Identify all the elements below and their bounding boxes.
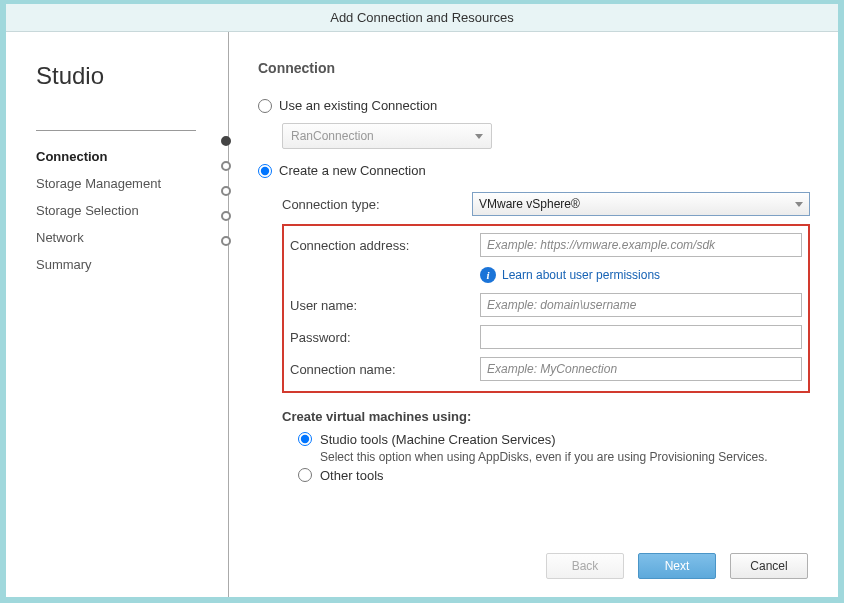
vm-option-other[interactable]: Other tools <box>298 468 810 483</box>
connection-type-select[interactable]: VMware vSphere® <box>472 192 810 216</box>
username-input[interactable] <box>480 293 802 317</box>
permissions-link-text: Learn about user permissions <box>502 268 660 282</box>
window-frame: Add Connection and Resources Studio Conn… <box>0 0 844 603</box>
existing-connection-value: RanConnection <box>291 129 374 143</box>
back-button: Back <box>546 553 624 579</box>
wizard-bullet-2 <box>221 161 231 171</box>
cancel-button[interactable]: Cancel <box>730 553 808 579</box>
vm-section-title: Create virtual machines using: <box>282 409 810 424</box>
vm-studio-hint: Select this option when using AppDisks, … <box>320 450 768 464</box>
use-existing-row[interactable]: Use an existing Connection <box>258 98 810 113</box>
use-existing-label: Use an existing Connection <box>279 98 437 113</box>
create-new-label: Create a new Connection <box>279 163 426 178</box>
connection-address-label: Connection address: <box>290 238 480 253</box>
window-title: Add Connection and Resources <box>330 10 514 25</box>
existing-connection-select: RanConnection <box>282 123 492 149</box>
chevron-down-icon <box>795 202 803 207</box>
nav-item-network[interactable]: Network <box>36 224 198 251</box>
chevron-down-icon <box>475 134 483 139</box>
permissions-link[interactable]: i Learn about user permissions <box>480 267 802 283</box>
nav-list: Connection Storage Management Storage Se… <box>36 143 198 278</box>
title-bar: Add Connection and Resources <box>6 4 838 32</box>
row-connection-type: Connection type: VMware vSphere® <box>282 188 810 220</box>
wizard-bullet-1 <box>221 136 231 146</box>
sidebar: Studio Connection Storage Management Sto… <box>6 32 216 597</box>
sidebar-divider <box>36 130 196 131</box>
wizard-bullet-5 <box>221 236 231 246</box>
password-label: Password: <box>290 330 480 345</box>
vm-other-radio[interactable] <box>298 468 312 482</box>
vm-other-label: Other tools <box>320 468 384 483</box>
create-new-radio[interactable] <box>258 164 272 178</box>
wizard-bullet-4 <box>221 211 231 221</box>
info-icon: i <box>480 267 496 283</box>
password-input[interactable] <box>480 325 802 349</box>
footer-buttons: Back Next Cancel <box>546 553 808 579</box>
nav-item-storage-management[interactable]: Storage Management <box>36 170 198 197</box>
row-password: Password: <box>290 321 802 353</box>
connection-type-label: Connection type: <box>282 197 472 212</box>
vm-studio-label: Studio tools (Machine Creation Services) <box>320 432 768 447</box>
nav-item-storage-selection[interactable]: Storage Selection <box>36 197 198 224</box>
connection-type-value: VMware vSphere® <box>479 197 580 211</box>
sidebar-heading: Studio <box>36 62 198 90</box>
highlighted-fields-box: Connection address: i Learn about user p… <box>282 224 810 393</box>
username-label: User name: <box>290 298 480 313</box>
use-existing-radio[interactable] <box>258 99 272 113</box>
row-connection-address: Connection address: <box>290 229 802 261</box>
connection-address-input[interactable] <box>480 233 802 257</box>
main-panel: Connection Use an existing Connection Ra… <box>240 32 838 597</box>
row-connection-name: Connection name: <box>290 353 802 385</box>
wizard-bullet-3 <box>221 186 231 196</box>
nav-item-summary[interactable]: Summary <box>36 251 198 278</box>
connection-name-input[interactable] <box>480 357 802 381</box>
window-body: Studio Connection Storage Management Sto… <box>6 32 838 597</box>
next-button[interactable]: Next <box>638 553 716 579</box>
connection-name-label: Connection name: <box>290 362 480 377</box>
vm-studio-radio[interactable] <box>298 432 312 446</box>
section-title: Connection <box>258 60 810 76</box>
row-username: User name: <box>290 289 802 321</box>
create-new-row[interactable]: Create a new Connection <box>258 163 810 178</box>
connection-form: Connection type: VMware vSphere® Connect… <box>282 188 810 483</box>
vm-option-studio[interactable]: Studio tools (Machine Creation Services)… <box>298 432 810 464</box>
wizard-progress-line <box>216 32 240 597</box>
nav-item-connection[interactable]: Connection <box>36 143 198 170</box>
